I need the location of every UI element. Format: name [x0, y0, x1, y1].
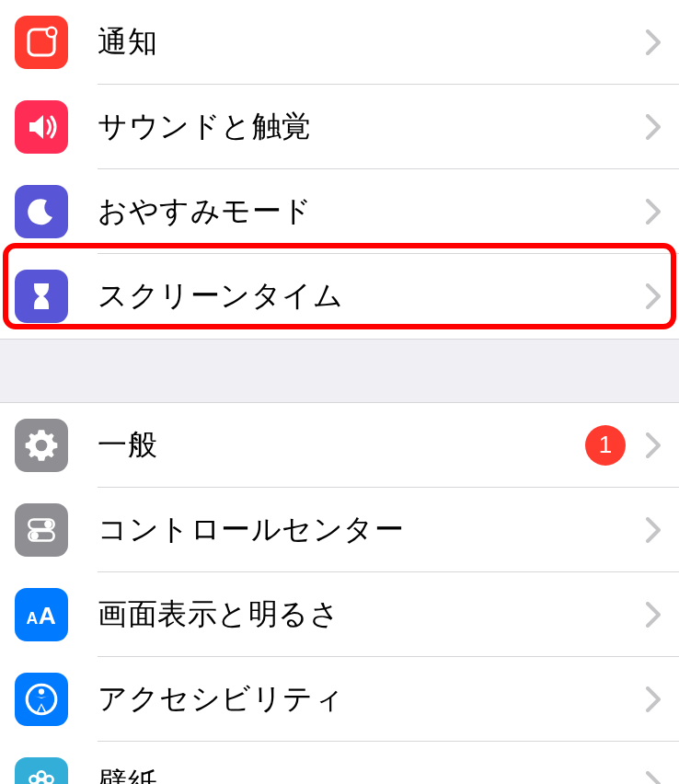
settings-row-label: 通知 [98, 22, 646, 63]
settings-row-notifications[interactable]: 通知 [0, 0, 679, 85]
section-divider [0, 339, 679, 403]
dnd-icon [15, 185, 68, 238]
notifications-icon [15, 16, 68, 69]
chevron-right-icon [646, 432, 661, 458]
settings-row-wallpaper[interactable]: 壁紙 [0, 742, 679, 784]
settings-row-control-center[interactable]: コントロールセンター [0, 488, 679, 572]
settings-row-label: サウンドと触覚 [98, 107, 646, 147]
wallpaper-icon [15, 757, 68, 784]
svg-text:A: A [39, 602, 56, 629]
chevron-right-icon [646, 771, 661, 784]
settings-row-screentime[interactable]: スクリーンタイム [0, 254, 679, 339]
chevron-right-icon [646, 283, 661, 309]
settings-row-label: 画面表示と明るさ [98, 594, 646, 635]
settings-row-general[interactable]: 一般 1 [0, 403, 679, 488]
svg-point-12 [38, 780, 45, 784]
screentime-icon [15, 270, 68, 323]
chevron-right-icon [646, 602, 661, 628]
svg-point-11 [39, 688, 44, 694]
svg-point-13 [38, 771, 45, 778]
svg-point-3 [36, 440, 48, 452]
settings-row-accessibility[interactable]: アクセシビリティ [0, 657, 679, 742]
settings-row-sounds[interactable]: サウンドと触覚 [0, 85, 679, 169]
settings-row-label: アクセシビリティ [98, 679, 646, 720]
settings-row-label: おやすみモード [98, 191, 646, 232]
settings-list: 通知 サウンドと触覚 おやすみモード [0, 0, 679, 784]
settings-row-label: 一般 [98, 425, 585, 466]
chevron-right-icon [646, 517, 661, 543]
svg-point-5 [44, 521, 52, 528]
notification-badge: 1 [585, 425, 626, 466]
settings-row-label: スクリーンタイム [98, 276, 646, 317]
settings-row-display[interactable]: AA 画面表示と明るさ [0, 572, 679, 657]
accessibility-icon [15, 673, 68, 726]
general-icon [15, 419, 68, 472]
display-icon: AA [15, 588, 68, 641]
svg-point-7 [30, 532, 38, 539]
svg-point-2 [48, 29, 55, 36]
chevron-right-icon [646, 686, 661, 712]
control-center-icon [15, 503, 68, 557]
settings-row-label: コントロールセンター [98, 510, 646, 550]
chevron-right-icon [646, 29, 661, 55]
svg-text:A: A [27, 609, 39, 628]
chevron-right-icon [646, 114, 661, 140]
settings-row-dnd[interactable]: おやすみモード [0, 169, 679, 254]
chevron-right-icon [646, 199, 661, 225]
sounds-icon [15, 100, 68, 154]
settings-row-label: 壁紙 [98, 764, 646, 784]
svg-point-16 [45, 776, 52, 783]
svg-point-15 [29, 776, 37, 783]
